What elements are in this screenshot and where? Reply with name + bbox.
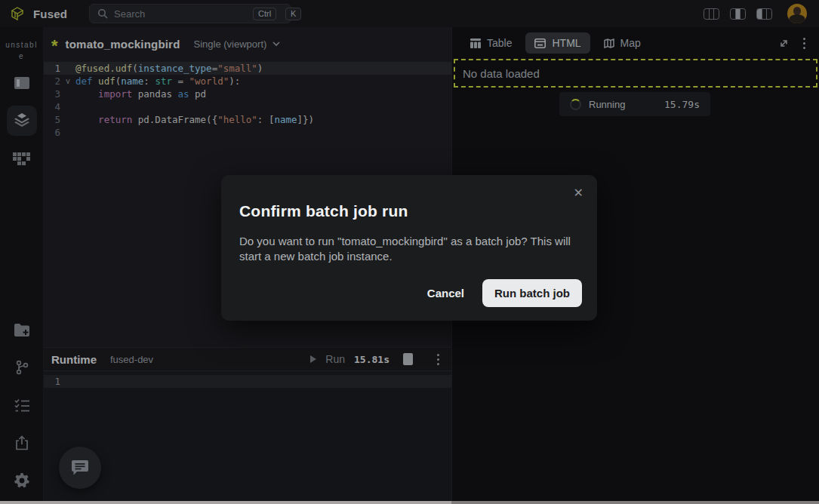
confirm-batch-job-modal: ✕ Confirm batch job run Do you want to r… — [221, 175, 597, 321]
run-batch-job-button[interactable]: Run batch job — [482, 279, 582, 307]
close-icon[interactable]: ✕ — [574, 186, 583, 200]
cancel-button[interactable]: Cancel — [418, 281, 473, 306]
modal-body-text: Do you want to run "tomato_mockingbird" … — [239, 234, 575, 264]
modal-title: Confirm batch job run — [239, 202, 579, 220]
